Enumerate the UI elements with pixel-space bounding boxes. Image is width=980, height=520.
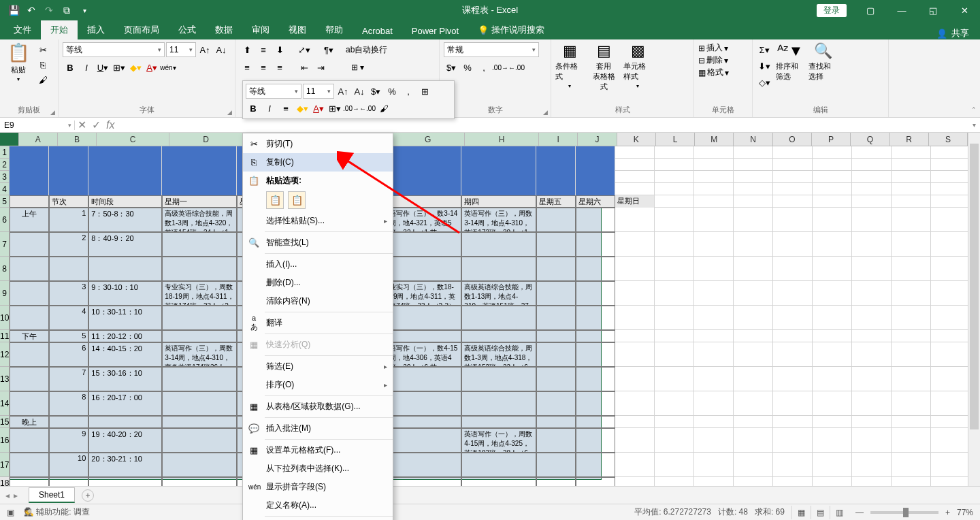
row-header-3[interactable]: 3 [0,171,10,183]
tab-home[interactable]: 开始 [41,20,78,39]
cell[interactable] [694,391,734,416]
cell[interactable]: 上午 [10,208,49,232]
cell[interactable]: 19：40-20：20 [88,428,162,453]
cell[interactable] [892,232,931,257]
cell[interactable]: 节次 [49,195,88,208]
cell[interactable]: 2 [49,232,88,257]
grow-font-icon[interactable]: A↑ [197,42,212,57]
cell[interactable] [162,477,237,486]
cell[interactable] [387,146,461,159]
mini-format-painter-icon[interactable]: 🖌 [376,101,391,116]
col-header-B[interactable]: B [58,133,97,146]
cell[interactable] [88,257,162,281]
cell[interactable] [773,367,813,391]
cell[interactable] [655,453,694,477]
cell[interactable] [10,195,49,208]
cell[interactable] [615,330,655,342]
cell[interactable] [162,257,237,281]
cell[interactable] [387,416,461,428]
cell[interactable] [10,428,49,453]
cell[interactable]: 8 [49,391,88,416]
mini-bold-button[interactable]: B [246,101,261,116]
mini-inc-decimal-icon[interactable]: .00→ [344,101,359,116]
cell[interactable] [10,453,49,477]
close-icon[interactable]: ✕ [949,0,980,20]
dec-decimal-icon[interactable]: ←.00 [509,60,524,75]
cell[interactable] [813,195,852,208]
cell[interactable] [773,391,813,416]
font-name-combo[interactable]: 等线▾ [63,42,165,57]
row-header-2[interactable]: 2 [0,159,10,171]
cell[interactable] [536,146,576,159]
row-header-15[interactable]: 15 [0,416,10,428]
cell[interactable] [694,306,734,330]
col-header-C[interactable]: C [97,133,169,146]
cell[interactable] [461,416,536,428]
cm-pinyin[interactable]: wén显示拼音字段(S) [243,478,393,496]
cell[interactable] [734,342,773,367]
cm-filter[interactable]: 筛选(E)▸ [243,357,393,376]
cell[interactable] [694,195,734,208]
cell[interactable] [162,428,237,453]
clipboard-launcher-icon[interactable]: ◢ [50,109,55,116]
cell[interactable] [931,208,968,232]
cell[interactable]: 10 [49,453,88,477]
cell[interactable] [10,257,49,281]
cell[interactable] [162,391,237,416]
cell[interactable] [387,183,461,195]
cell[interactable] [49,257,88,281]
font-launcher-icon[interactable]: ◢ [227,109,232,116]
col-header-M[interactable]: M [695,133,734,146]
cancel-formula-icon[interactable]: ✕ [78,118,86,131]
cell[interactable] [576,330,615,342]
mini-font-color-icon[interactable]: A▾ [311,101,326,116]
cell[interactable] [773,159,813,171]
cell[interactable]: 期四 [461,195,536,208]
cell[interactable] [694,171,734,183]
cell[interactable] [461,367,536,391]
cell[interactable] [813,232,852,257]
cell[interactable] [615,453,655,477]
cm-comment[interactable]: 💬插入批注(M) [243,419,393,438]
cell[interactable]: 高级英语综合技能，周数1-13周，地点4-319，英语151班，27人（4-5）… [461,281,536,306]
mini-grow-font-icon[interactable]: A↑ [336,84,350,99]
cell[interactable] [892,367,931,391]
cell[interactable] [576,416,615,428]
fill-icon[interactable]: ⬇▾ [757,59,772,74]
cell[interactable] [615,416,655,428]
cell[interactable] [773,416,813,428]
cell[interactable] [536,453,576,477]
cell[interactable]: 7 [49,367,88,391]
cell[interactable] [773,146,813,159]
cell[interactable] [655,416,694,428]
cell[interactable] [576,428,615,453]
underline-button[interactable]: U▾ [95,60,110,75]
cell[interactable] [536,159,576,171]
cell[interactable] [387,330,461,342]
cell[interactable] [88,171,162,183]
col-header-D[interactable]: D [169,133,244,146]
cell[interactable] [852,330,892,342]
cell[interactable] [852,257,892,281]
collapse-ribbon-icon[interactable]: ˄ [972,106,976,115]
orientation-icon[interactable]: ⤢▾ [297,42,312,57]
cell[interactable] [694,257,734,281]
cell[interactable] [655,391,694,416]
cell[interactable] [773,306,813,330]
format-painter-icon[interactable]: 🖌 [35,72,50,87]
insert-cell-button[interactable]: ⊞插入 ▾ [698,42,748,54]
cell[interactable] [10,342,49,367]
mini-border-icon[interactable]: ⊞▾ [327,101,342,116]
cell[interactable] [813,159,852,171]
cell[interactable] [931,232,968,257]
cell[interactable] [576,159,615,171]
cell-style-button[interactable]: ▩单元格样式▾ [623,42,652,89]
cell[interactable] [852,428,892,453]
delete-cell-button[interactable]: ⊟删除 ▾ [698,54,748,66]
cell[interactable] [694,367,734,391]
cell[interactable] [655,306,694,330]
cell[interactable] [387,367,461,391]
cell[interactable] [536,208,576,232]
cell[interactable] [852,306,892,330]
cell[interactable] [536,416,576,428]
